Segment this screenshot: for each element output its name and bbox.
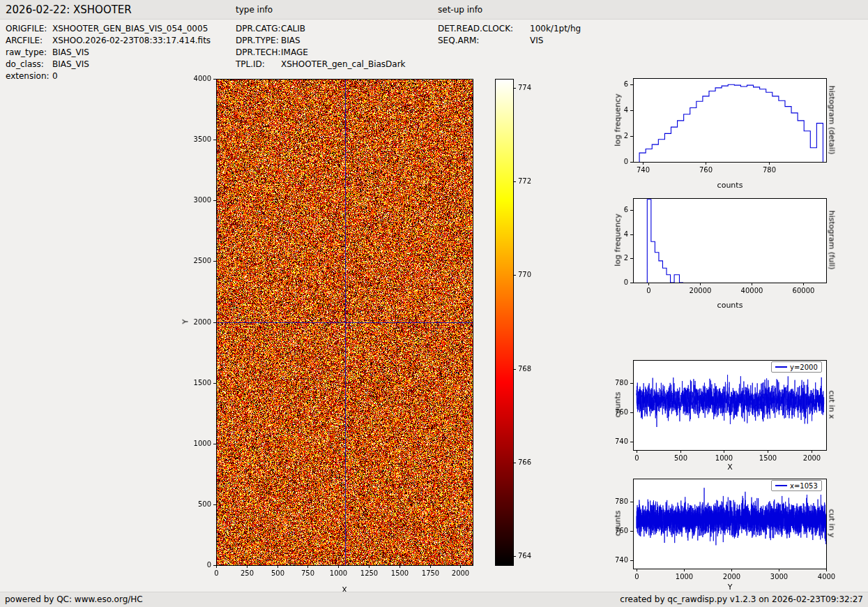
meta-label: ORIGFILE: xyxy=(6,23,52,35)
cut-in-y-xlabel: Y xyxy=(728,583,733,592)
type-info-block: DPR.CATG:CALIB DPR.TYPE:BIAS DPR.TECH:IM… xyxy=(236,23,406,70)
histogram-full-plot xyxy=(601,190,841,315)
meta-row-origfile: ORIGFILE:XSHOOTER_GEN_BIAS_VIS_054_0005 xyxy=(6,23,211,35)
histogram-detail-ylabel: log frequency xyxy=(614,93,623,146)
meta-value: XSHOOTER_GEN_BIAS_VIS_054_0005 xyxy=(52,24,208,33)
meta-value: XSHOO.2026-02-23T08:33:17.414.fits xyxy=(52,36,211,45)
meta-row-read-clock: DET.READ.CLOCK:100k/1pt/hg xyxy=(438,23,581,35)
meta-label: SEQ.ARM: xyxy=(438,35,530,47)
cut-in-x-side-label: cut in x xyxy=(828,391,837,419)
meta-value: XSHOOTER_gen_cal_BiasDark xyxy=(281,59,406,69)
histogram-full-side-label: histogram (full) xyxy=(828,211,837,270)
cut-in-y-legend: x=1053 xyxy=(771,480,822,491)
colorbar-canvas xyxy=(492,70,542,604)
type-info-header: type info xyxy=(236,5,273,15)
meta-label: TPL.ID: xyxy=(236,59,281,70)
footer-created-by: created by qc_rawdisp.py v1.2.3 on 2026-… xyxy=(620,594,863,604)
histogram-full-xlabel: counts xyxy=(717,301,743,310)
bias-ylabel: Y xyxy=(181,320,190,324)
meta-value: BIAS_VIS xyxy=(52,59,89,69)
meta-row-extension: extension:0 xyxy=(6,70,211,82)
footer-bar: powered by QC: www.eso.org/HC created by… xyxy=(0,592,868,607)
cut-in-x-legend: y=2000 xyxy=(771,361,822,373)
meta-row-seq-arm: SEQ.ARM:VIS xyxy=(438,35,581,47)
meta-row-do-class: do_class:BIAS_VIS xyxy=(6,59,211,70)
meta-value: BIAS_VIS xyxy=(52,47,89,57)
meta-value: VIS xyxy=(530,36,543,45)
meta-value: BIAS xyxy=(281,36,300,45)
meta-row-dpr-type: DPR.TYPE:BIAS xyxy=(236,35,406,47)
meta-value: IMAGE xyxy=(281,47,308,57)
cut-in-y-side-label: cut in y xyxy=(828,509,837,538)
setup-info-header: set-up info xyxy=(438,5,482,15)
histogram-detail-xlabel: counts xyxy=(717,181,743,190)
meta-label: raw_type: xyxy=(6,47,52,59)
meta-label: DET.READ.CLOCK: xyxy=(438,23,530,35)
histogram-detail-plot xyxy=(601,70,841,195)
meta-label: ARCFILE: xyxy=(6,35,52,47)
cut-in-x-ylabel: counts xyxy=(614,392,623,418)
bias-image-plot xyxy=(183,70,487,604)
meta-label: DPR.CATG: xyxy=(236,23,281,35)
meta-row-raw-type: raw_type:BIAS_VIS xyxy=(6,47,211,59)
meta-value: CALIB xyxy=(281,24,305,33)
meta-row-arcfile: ARCFILE:XSHOO.2026-02-23T08:33:17.414.fi… xyxy=(6,35,211,47)
header-bar: 2026-02-22: XSHOOTER type info set-up in… xyxy=(0,0,868,20)
meta-label: DPR.TECH: xyxy=(236,47,281,59)
histogram-full-ylabel: log frequency xyxy=(614,213,623,266)
histogram-detail-side-label: histogram (detail) xyxy=(828,86,837,155)
meta-row-tpl-id: TPL.ID:XSHOOTER_gen_cal_BiasDark xyxy=(236,59,406,70)
bias-image-canvas xyxy=(183,70,487,604)
legend-line-sample xyxy=(775,366,787,368)
meta-row-dpr-tech: DPR.TECH:IMAGE xyxy=(236,47,406,59)
page-title: 2026-02-22: XSHOOTER xyxy=(6,3,132,16)
meta-label: extension: xyxy=(6,70,52,82)
meta-label: DPR.TYPE: xyxy=(236,35,281,47)
colorbar xyxy=(492,70,542,604)
meta-value: 0 xyxy=(52,71,58,81)
meta-row-dpr-catg: DPR.CATG:CALIB xyxy=(236,23,406,35)
histogram-detail-canvas xyxy=(601,70,841,195)
legend-label: y=2000 xyxy=(790,364,818,371)
meta-label: do_class: xyxy=(6,59,52,70)
setup-info-block: DET.READ.CLOCK:100k/1pt/hg SEQ.ARM:VIS xyxy=(438,23,581,47)
histogram-full-canvas xyxy=(601,190,841,315)
meta-value: 100k/1pt/hg xyxy=(530,24,581,33)
legend-label: x=1053 xyxy=(790,482,818,490)
cut-in-y-ylabel: counts xyxy=(614,511,623,537)
footer-qc-link: powered by QC: www.eso.org/HC xyxy=(5,594,143,604)
legend-line-sample xyxy=(775,485,787,486)
file-info-block: ORIGFILE:XSHOOTER_GEN_BIAS_VIS_054_0005 … xyxy=(6,23,211,82)
